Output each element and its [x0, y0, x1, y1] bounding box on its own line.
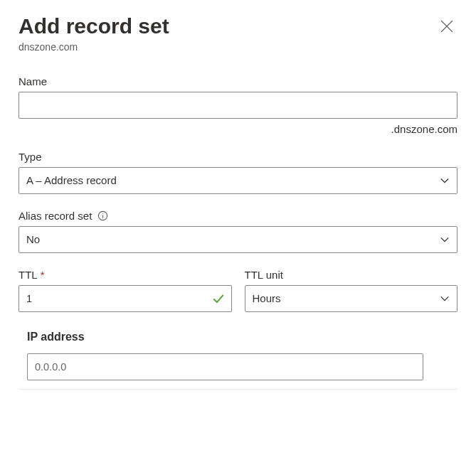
ip-address-input[interactable]: [27, 353, 423, 380]
ttl-label: TTL: [18, 269, 38, 281]
close-icon: [440, 24, 453, 35]
ttl-unit-selected-value: Hours: [253, 292, 440, 304]
close-button[interactable]: [436, 16, 458, 37]
type-select[interactable]: A – Address record: [18, 167, 458, 194]
type-label: Type: [18, 151, 42, 163]
required-indicator: *: [41, 269, 45, 281]
name-input[interactable]: [18, 92, 458, 119]
ttl-unit-label: TTL unit: [245, 269, 283, 281]
page-title: Add record set: [18, 13, 169, 40]
type-selected-value: A – Address record: [26, 174, 440, 186]
chevron-down-icon: [440, 235, 450, 245]
alias-select[interactable]: No: [18, 226, 458, 253]
divider: [18, 389, 458, 390]
ttl-input[interactable]: [18, 285, 232, 312]
ip-address-heading: IP address: [27, 331, 423, 343]
chevron-down-icon: [440, 176, 450, 186]
chevron-down-icon: [440, 294, 450, 304]
name-suffix: .dnszone.com: [18, 123, 458, 135]
info-icon[interactable]: [97, 210, 108, 221]
name-label: Name: [18, 75, 47, 87]
ttl-unit-select[interactable]: Hours: [245, 285, 458, 312]
alias-selected-value: No: [26, 233, 440, 245]
alias-label: Alias record set: [18, 210, 92, 222]
page-subtitle: dnszone.com: [18, 41, 169, 53]
svg-point-3: [102, 213, 103, 214]
checkmark-icon: [212, 292, 225, 305]
